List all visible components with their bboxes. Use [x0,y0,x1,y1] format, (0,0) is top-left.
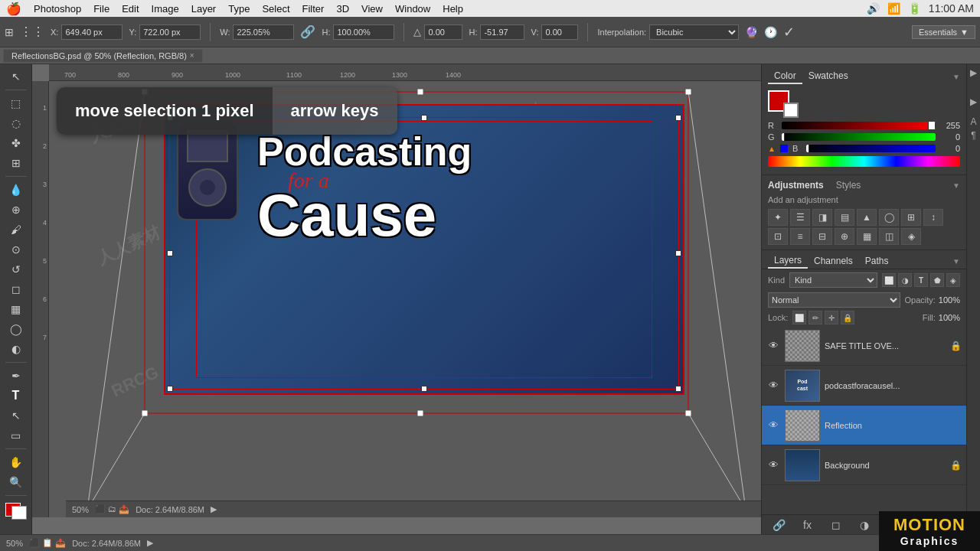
stamp-tool[interactable]: ⊙ [4,240,28,259]
visibility-safetitle-icon[interactable]: 👁 [766,339,780,353]
layers-tab-layers[interactable]: Layers [768,253,808,269]
handle-middle-right[interactable] [675,250,681,256]
swatches-tab[interactable]: Swatches [802,69,854,84]
visibility-reflection-icon[interactable]: 👁 [766,419,780,432]
add-style-icon[interactable]: fx [799,517,816,533]
y-input[interactable] [139,24,201,40]
layers-tab-channels[interactable]: Channels [808,254,859,268]
menu-view[interactable]: View [361,3,383,15]
kind-shape-icon[interactable]: ⬟ [930,273,944,287]
quick-select-tool[interactable]: ✤ [4,134,28,152]
layer-item-background[interactable]: 👁 Background 🔒 [762,445,966,485]
handle-bottom-middle[interactable] [421,386,427,392]
hand-tool[interactable]: ✋ [4,453,28,471]
bottom-icons[interactable]: ⬛ 📋 📤 [29,538,66,548]
channel-b-slider[interactable] [806,145,936,152]
layer-item-reflection[interactable]: 👁 Reflection [762,406,966,445]
brush-tool[interactable]: 🖌 [4,220,28,239]
adj-hsl[interactable]: ◯ [879,209,899,226]
handle-top-middle[interactable] [421,115,427,121]
menu-3d[interactable]: 3D [336,3,349,15]
adj-levels[interactable]: ☰ [790,209,810,226]
menu-layer[interactable]: Layer [191,3,217,15]
channel-r-thumb[interactable] [928,122,936,129]
handle-bottom-left[interactable] [167,386,173,392]
nav-arrow[interactable]: ▶ [211,504,217,514]
handle-bottom-right[interactable] [675,386,681,392]
channel-g-slider[interactable] [782,133,936,141]
eraser-tool[interactable]: ◻ [4,280,28,298]
kind-adjustment-icon[interactable]: ◑ [898,273,912,287]
h-input[interactable] [333,24,394,40]
menu-select[interactable]: Select [262,3,289,15]
lasso-tool[interactable]: ◌ [4,114,28,132]
color-swatches[interactable] [5,503,27,520]
gradient-tool[interactable]: ▦ [4,300,28,318]
styles-tab[interactable]: Styles [836,180,861,191]
layer-item-podcast[interactable]: 👁 Podcast podcastforacausel... [762,366,966,406]
rotation-input[interactable] [424,24,462,40]
tab-close-button[interactable]: × [190,51,194,60]
confirm-button[interactable]: ✓ [783,24,795,41]
panel-collapse-color[interactable]: ▼ [952,73,960,81]
adj-colorlookup[interactable]: ⊟ [812,228,832,245]
adj-curves[interactable]: ◨ [812,209,832,226]
blend-mode-select[interactable]: Normal Multiply Screen [768,292,900,308]
adj-threshold[interactable]: ◫ [879,228,899,245]
color-spectrum[interactable] [768,156,960,167]
blur-tool[interactable]: ◯ [4,320,28,338]
channel-r-slider[interactable] [782,122,936,129]
h2-input[interactable] [480,24,524,40]
color-swatch-area[interactable] [768,90,799,118]
adj-invert[interactable]: ⊕ [835,228,854,245]
zoom-tool[interactable]: 🔍 [4,473,28,491]
x-input[interactable] [61,24,122,40]
new-adjustment-icon[interactable]: ◑ [856,517,873,533]
handle-top-right[interactable] [675,115,681,121]
lock-pixels-icon[interactable]: ⬜ [792,311,806,324]
adj-channelmixer[interactable]: ≡ [790,228,810,245]
menu-image[interactable]: Image [152,3,179,15]
kind-pixel-icon[interactable]: ⬜ [882,273,896,287]
panel-collapse-layers[interactable]: ▼ [952,257,960,266]
bottom-nav-arrow[interactable]: ▶ [147,538,153,548]
kind-smart-icon[interactable]: ◈ [946,273,960,287]
visibility-background-icon[interactable]: 👁 [766,458,780,472]
w-input[interactable] [233,24,294,40]
handle-middle-left[interactable] [167,250,173,256]
adj-bw[interactable]: ↕ [923,209,943,226]
color-tab[interactable]: Color [768,69,802,84]
healing-tool[interactable]: ⊕ [4,201,28,219]
adj-gradient[interactable]: ◈ [901,228,921,245]
bg-swatch[interactable] [783,103,799,118]
kind-select[interactable]: Kind [789,272,877,288]
lock-position-icon[interactable]: ✏ [808,311,822,324]
shape-tool[interactable]: ▭ [4,426,28,445]
path-select-tool[interactable]: ↖ [4,406,28,425]
move-tool[interactable]: ↖ [4,67,28,86]
adj-vibrance[interactable]: ▲ [857,209,877,226]
fill-value[interactable]: 100% [939,313,960,322]
layers-tab-paths[interactable]: Paths [859,254,895,268]
adj-exposure[interactable]: ▤ [835,209,854,226]
panel-arrow-para[interactable]: ¶ [971,130,975,141]
panel-arrow-color[interactable]: ▶ [970,67,977,78]
channel-b-thumb[interactable] [806,145,809,152]
menu-type[interactable]: Type [228,3,250,15]
adj-photofilter[interactable]: ⊡ [768,228,788,245]
eyedropper-tool[interactable]: 💧 [4,181,28,199]
essentials-button[interactable]: Essentials ▼ [912,25,975,39]
menu-edit[interactable]: Edit [122,3,139,15]
menu-help[interactable]: Help [443,3,463,15]
adj-posterize[interactable]: ▦ [857,228,877,245]
lock-all-icon[interactable]: 🔒 [841,311,854,324]
adj-brightness[interactable]: ✦ [768,209,788,226]
layer-item-safetitle[interactable]: 👁 SAFE TITLE OVE... 🔒 [762,326,966,366]
kind-type-icon[interactable]: T [914,273,928,287]
visibility-podcast-icon[interactable]: 👁 [766,379,780,393]
wand-icon[interactable]: 🔮 [745,26,758,38]
lock-move-icon[interactable]: ✛ [825,311,838,324]
panel-collapse-adj[interactable]: ▼ [952,181,960,190]
pen-tool[interactable]: ✒ [4,367,28,385]
type-tool[interactable]: T [4,386,28,405]
